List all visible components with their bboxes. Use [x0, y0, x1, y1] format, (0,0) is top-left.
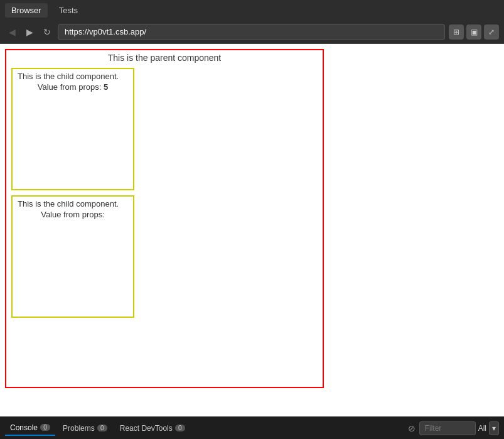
parent-component: This is the parent component This is the…	[5, 49, 324, 388]
filter-input[interactable]	[419, 421, 476, 435]
console-label: Console	[10, 423, 38, 432]
filter-clear-icon[interactable]: ⊘	[407, 423, 417, 433]
child1-line2-label: Value from props:	[38, 82, 102, 92]
tab-browser[interactable]: Browser	[5, 3, 48, 18]
filter-area: ⊘ All ▾	[407, 421, 499, 435]
bottom-bar: Console 0 Problems 0 React DevTools 0 ⊘ …	[0, 416, 504, 439]
parent-title: This is the parent component	[108, 53, 222, 63]
expand-icon[interactable]: ⤢	[484, 24, 499, 40]
browser-content: This is the parent component This is the…	[0, 44, 504, 416]
child-component-1: This is the child component. Value from …	[11, 68, 134, 190]
problems-label: Problems	[63, 424, 95, 433]
console-badge: 0	[40, 424, 50, 431]
filter-all-label: All	[478, 424, 486, 433]
preview-area: This is the parent component This is the…	[0, 44, 504, 416]
address-bar: ◀ ▶ ↻ ⊞ ▣ ⤢	[0, 20, 504, 44]
tab-problems[interactable]: Problems 0	[58, 421, 112, 435]
child1-props: Value from props: 5	[18, 82, 128, 92]
filter-dropdown[interactable]: ▾	[489, 421, 499, 435]
problems-badge: 0	[97, 425, 107, 431]
forward-button[interactable]: ▶	[23, 25, 36, 39]
devtools-label: React DevTools	[120, 424, 173, 433]
tab-devtools[interactable]: React DevTools 0	[115, 421, 190, 435]
child2-props: Value from props:	[18, 210, 128, 219]
child1-line1: This is the child component.	[18, 72, 128, 81]
back-button[interactable]: ◀	[5, 25, 19, 39]
reload-button[interactable]: ↻	[40, 25, 54, 39]
devtools-badge: 0	[175, 425, 185, 431]
children-container: This is the child component. Value from …	[6, 68, 323, 323]
child-component-2: This is the child component. Value from …	[11, 195, 134, 318]
child1-value: 5	[104, 82, 108, 92]
grid-icon[interactable]: ⊞	[449, 24, 464, 40]
child2-line1: This is the child component.	[18, 199, 128, 209]
tab-bar: Browser Tests	[0, 0, 504, 20]
chevron-down-icon: ▾	[492, 424, 496, 433]
child2-line2-label: Value from props:	[41, 210, 105, 219]
url-input[interactable]	[58, 24, 445, 40]
window-icon[interactable]: ▣	[466, 24, 481, 40]
tab-tests[interactable]: Tests	[53, 3, 84, 18]
tab-console[interactable]: Console 0	[5, 421, 55, 436]
browser-icon-group: ⊞ ▣ ⤢	[449, 24, 499, 40]
